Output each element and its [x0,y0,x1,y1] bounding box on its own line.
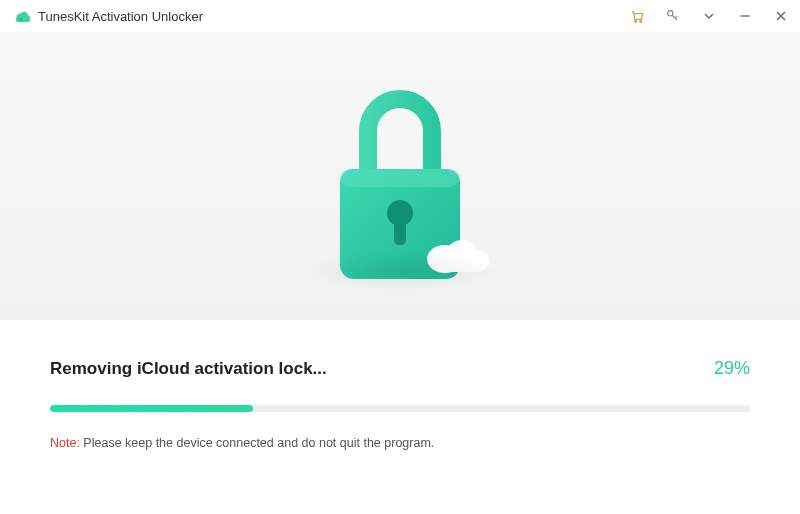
svg-point-2 [668,11,673,16]
minimize-icon[interactable] [736,7,754,25]
titlebar-left: TunesKit Activation Unlocker [12,7,203,25]
cart-icon[interactable] [628,7,646,25]
titlebar-controls [628,7,790,25]
svg-point-1 [639,20,641,22]
app-title: TunesKit Activation Unlocker [38,9,203,24]
shadow-ellipse [300,251,500,291]
progress-percent: 29% [714,358,750,379]
lock-illustration [290,61,510,291]
app-logo-icon [12,7,30,25]
progress-title: Removing iCloud activation lock... [50,359,327,379]
svg-rect-9 [394,219,406,245]
main-illustration-area [0,32,800,320]
note-text: Please keep the device connected and do … [80,436,434,450]
close-icon[interactable] [772,7,790,25]
key-icon[interactable] [664,7,682,25]
progress-panel: Removing iCloud activation lock... 29% N… [0,320,800,450]
chevron-down-icon[interactable] [700,7,718,25]
progress-bar [50,405,750,412]
progress-header: Removing iCloud activation lock... 29% [50,358,750,379]
svg-rect-7 [340,169,460,187]
note-line: Note: Please keep the device connected a… [50,436,750,450]
svg-point-0 [634,20,636,22]
progress-bar-fill [50,405,253,412]
titlebar: TunesKit Activation Unlocker [0,0,800,32]
note-label: Note: [50,436,80,450]
